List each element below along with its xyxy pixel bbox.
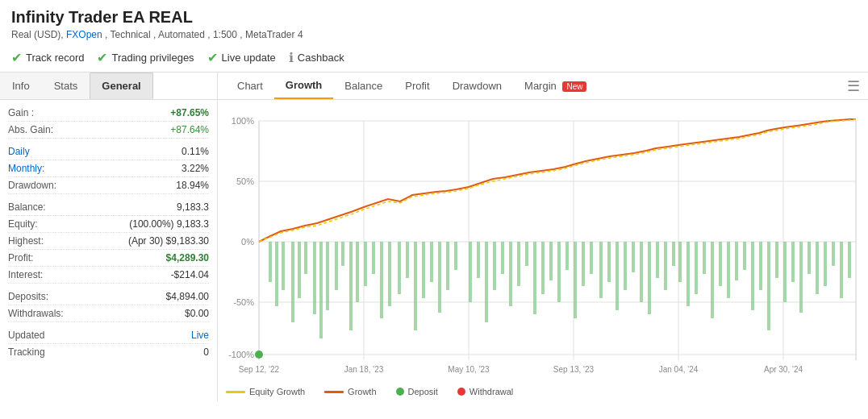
chart-area: 100% 50% 0% -50% -100% — [218, 100, 868, 384]
stat-label: Gain : — [8, 107, 34, 118]
badge-track-record: ✔ Track record — [11, 50, 84, 65]
stat-value[interactable]: Live — [191, 330, 209, 341]
settings-icon[interactable]: ☰ — [847, 77, 860, 95]
svg-text:Sep 13, '23: Sep 13, '23 — [553, 365, 595, 374]
svg-rect-80 — [775, 242, 778, 278]
stat-value: +87.64% — [170, 124, 209, 135]
svg-rect-82 — [791, 242, 795, 282]
svg-rect-64 — [648, 242, 651, 314]
stat-updated: Updated Live — [8, 327, 209, 344]
svg-text:100%: 100% — [232, 116, 254, 126]
right-panel: Chart Growth Balance Profit Drawdown Mar… — [218, 73, 868, 401]
svg-rect-18 — [275, 242, 278, 306]
header: Infinity Trader EA REAL Real (USD), FXOp… — [0, 0, 868, 44]
svg-rect-33 — [388, 242, 391, 306]
stat-label: Drawdown: — [8, 180, 56, 191]
tab-profit[interactable]: Profit — [394, 73, 440, 98]
svg-rect-34 — [398, 242, 401, 294]
svg-rect-55 — [574, 242, 577, 318]
svg-rect-81 — [783, 242, 787, 302]
broker-link[interactable]: FXOpen — [66, 29, 102, 40]
svg-rect-89 — [848, 242, 851, 278]
deposit-dot-sample — [396, 388, 404, 396]
legend-deposit: Deposit — [396, 387, 438, 396]
left-panel: Info Stats General Gain : +87.65% Abs. G… — [0, 73, 218, 401]
stat-value: 9,183.3 — [177, 201, 209, 213]
svg-rect-31 — [372, 242, 375, 274]
equity-growth-line-sample — [226, 391, 245, 393]
svg-rect-35 — [406, 242, 409, 278]
tab-margin[interactable]: Margin New — [513, 73, 598, 98]
stat-drawdown: Drawdown: 18.94% — [8, 177, 209, 194]
stat-value: (100.00%) 9,183.3 — [129, 218, 209, 230]
check-icon: ✔ — [97, 50, 107, 65]
svg-rect-52 — [549, 242, 553, 280]
withdrawal-dot-sample — [457, 388, 465, 396]
stat-value: 3.22% — [182, 163, 209, 174]
svg-rect-68 — [678, 242, 682, 282]
stat-value: $4,289.30 — [166, 252, 209, 263]
badge-cashback: ℹ Cashback — [289, 50, 344, 65]
tab-stats[interactable]: Stats — [42, 73, 90, 99]
legend-label: Growth — [348, 387, 376, 396]
svg-rect-19 — [282, 242, 285, 290]
svg-rect-28 — [349, 242, 353, 330]
stat-balance: Balance: 9,183.3 — [8, 199, 209, 216]
svg-rect-36 — [414, 242, 417, 330]
stat-equity: Equity: (100.00%) 9,183.3 — [8, 216, 209, 233]
stat-label: Abs. Gain: — [8, 124, 53, 135]
stat-label: Highest: — [8, 235, 44, 247]
stat-interest: Interest: -$214.04 — [8, 267, 209, 284]
svg-rect-76 — [743, 242, 746, 270]
stat-withdrawals: Withdrawals: $0.00 — [8, 305, 209, 322]
stat-label: Daily — [8, 146, 30, 157]
badge-trading-privileges: ✔ Trading privileges — [97, 50, 194, 65]
tab-chart[interactable]: Chart — [226, 73, 274, 98]
svg-rect-22 — [304, 242, 307, 274]
svg-text:Sep 12, '22: Sep 12, '22 — [239, 365, 280, 374]
stat-gain: Gain : +87.65% — [8, 105, 209, 122]
svg-rect-83 — [799, 242, 803, 313]
tab-general[interactable]: General — [90, 73, 152, 99]
stat-label: Monthly: — [8, 163, 44, 174]
badge-label: Trading privileges — [111, 52, 194, 64]
tab-info[interactable]: Info — [0, 73, 42, 99]
svg-rect-71 — [703, 242, 706, 274]
stat-value: $0.00 — [185, 308, 209, 319]
stat-value: $4,894.00 — [166, 291, 209, 302]
svg-rect-45 — [493, 242, 496, 290]
svg-rect-53 — [557, 242, 561, 302]
svg-rect-47 — [509, 242, 512, 306]
svg-rect-37 — [422, 242, 425, 298]
svg-rect-30 — [364, 242, 367, 286]
badge-label: Live update — [222, 52, 276, 64]
svg-rect-40 — [446, 242, 449, 290]
svg-rect-69 — [686, 242, 690, 306]
growth-line — [259, 119, 856, 242]
stat-highest: Highest: (Apr 30) $9,183.30 — [8, 233, 209, 250]
svg-rect-42 — [469, 242, 472, 302]
svg-rect-25 — [326, 242, 329, 310]
svg-rect-38 — [430, 242, 433, 282]
svg-rect-67 — [672, 242, 675, 266]
svg-rect-63 — [640, 242, 643, 302]
tab-growth[interactable]: Growth — [274, 73, 334, 99]
svg-rect-41 — [454, 242, 457, 270]
svg-rect-57 — [590, 242, 593, 274]
left-tab-bar: Info Stats General — [0, 73, 217, 100]
chart-tab-bar: Chart Growth Balance Profit Drawdown Mar… — [218, 73, 868, 100]
deposit-dot — [255, 351, 263, 359]
legend-withdrawal: Withdrawal — [457, 387, 513, 396]
stat-value: 0 — [203, 346, 209, 358]
chart-svg: 100% 50% 0% -50% -100% — [226, 106, 860, 380]
tab-drawdown[interactable]: Drawdown — [441, 73, 513, 98]
legend-growth: Growth — [324, 387, 376, 396]
tab-balance[interactable]: Balance — [333, 73, 394, 98]
subtitle-prefix: Real (USD), — [11, 29, 64, 40]
svg-rect-59 — [607, 242, 611, 282]
stat-value: 18.94% — [176, 180, 209, 191]
stat-value: +87.65% — [170, 107, 209, 118]
svg-rect-85 — [816, 242, 819, 294]
svg-rect-44 — [485, 242, 488, 322]
stat-value: -$214.04 — [171, 269, 209, 280]
